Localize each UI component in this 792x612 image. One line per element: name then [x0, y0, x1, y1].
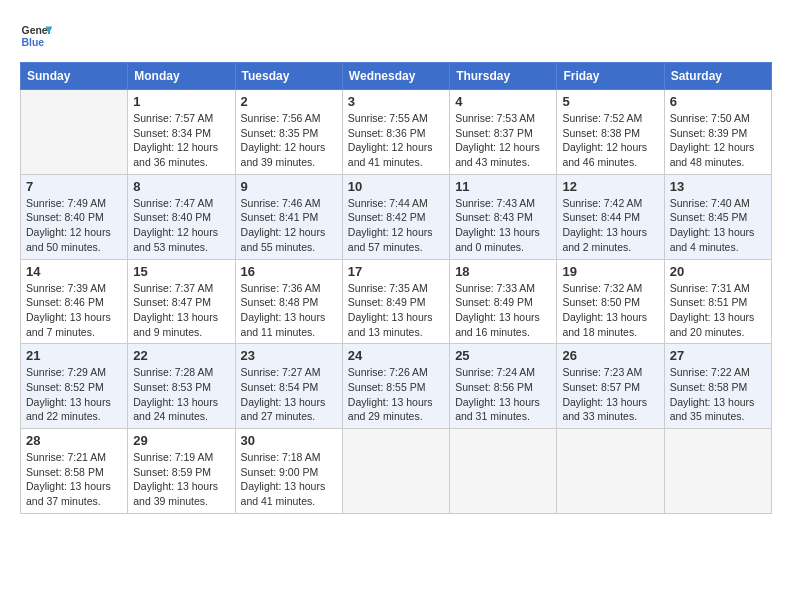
day-number: 22: [133, 348, 229, 363]
day-number: 28: [26, 433, 122, 448]
calendar-cell: 4 Sunrise: 7:53 AMSunset: 8:37 PMDayligh…: [450, 90, 557, 175]
day-number: 25: [455, 348, 551, 363]
calendar-cell: 25 Sunrise: 7:24 AMSunset: 8:56 PMDaylig…: [450, 344, 557, 429]
weekday-header-saturday: Saturday: [664, 63, 771, 90]
day-info: Sunrise: 7:22 AMSunset: 8:58 PMDaylight:…: [670, 365, 766, 424]
calendar-cell: [342, 429, 449, 514]
calendar-cell: 27 Sunrise: 7:22 AMSunset: 8:58 PMDaylig…: [664, 344, 771, 429]
day-info: Sunrise: 7:53 AMSunset: 8:37 PMDaylight:…: [455, 111, 551, 170]
calendar-cell: 22 Sunrise: 7:28 AMSunset: 8:53 PMDaylig…: [128, 344, 235, 429]
calendar-cell: [21, 90, 128, 175]
weekday-header-thursday: Thursday: [450, 63, 557, 90]
calendar-table: SundayMondayTuesdayWednesdayThursdayFrid…: [20, 62, 772, 514]
calendar-cell: 16 Sunrise: 7:36 AMSunset: 8:48 PMDaylig…: [235, 259, 342, 344]
day-number: 29: [133, 433, 229, 448]
calendar-cell: 17 Sunrise: 7:35 AMSunset: 8:49 PMDaylig…: [342, 259, 449, 344]
calendar-cell: 11 Sunrise: 7:43 AMSunset: 8:43 PMDaylig…: [450, 174, 557, 259]
day-number: 19: [562, 264, 658, 279]
weekday-header-friday: Friday: [557, 63, 664, 90]
day-number: 24: [348, 348, 444, 363]
day-info: Sunrise: 7:57 AMSunset: 8:34 PMDaylight:…: [133, 111, 229, 170]
week-row-3: 14 Sunrise: 7:39 AMSunset: 8:46 PMDaylig…: [21, 259, 772, 344]
day-info: Sunrise: 7:55 AMSunset: 8:36 PMDaylight:…: [348, 111, 444, 170]
calendar-cell: 3 Sunrise: 7:55 AMSunset: 8:36 PMDayligh…: [342, 90, 449, 175]
day-number: 12: [562, 179, 658, 194]
calendar-cell: 26 Sunrise: 7:23 AMSunset: 8:57 PMDaylig…: [557, 344, 664, 429]
day-number: 7: [26, 179, 122, 194]
calendar-cell: 19 Sunrise: 7:32 AMSunset: 8:50 PMDaylig…: [557, 259, 664, 344]
calendar-cell: 15 Sunrise: 7:37 AMSunset: 8:47 PMDaylig…: [128, 259, 235, 344]
day-info: Sunrise: 7:43 AMSunset: 8:43 PMDaylight:…: [455, 196, 551, 255]
day-info: Sunrise: 7:24 AMSunset: 8:56 PMDaylight:…: [455, 365, 551, 424]
day-number: 17: [348, 264, 444, 279]
day-number: 15: [133, 264, 229, 279]
calendar-cell: 21 Sunrise: 7:29 AMSunset: 8:52 PMDaylig…: [21, 344, 128, 429]
day-info: Sunrise: 7:18 AMSunset: 9:00 PMDaylight:…: [241, 450, 337, 509]
calendar-cell: 23 Sunrise: 7:27 AMSunset: 8:54 PMDaylig…: [235, 344, 342, 429]
calendar-cell: [664, 429, 771, 514]
day-info: Sunrise: 7:40 AMSunset: 8:45 PMDaylight:…: [670, 196, 766, 255]
day-info: Sunrise: 7:26 AMSunset: 8:55 PMDaylight:…: [348, 365, 444, 424]
calendar-cell: [557, 429, 664, 514]
calendar-cell: 20 Sunrise: 7:31 AMSunset: 8:51 PMDaylig…: [664, 259, 771, 344]
calendar-cell: 29 Sunrise: 7:19 AMSunset: 8:59 PMDaylig…: [128, 429, 235, 514]
day-info: Sunrise: 7:49 AMSunset: 8:40 PMDaylight:…: [26, 196, 122, 255]
day-number: 27: [670, 348, 766, 363]
week-row-2: 7 Sunrise: 7:49 AMSunset: 8:40 PMDayligh…: [21, 174, 772, 259]
day-info: Sunrise: 7:37 AMSunset: 8:47 PMDaylight:…: [133, 281, 229, 340]
day-info: Sunrise: 7:21 AMSunset: 8:58 PMDaylight:…: [26, 450, 122, 509]
day-number: 3: [348, 94, 444, 109]
day-info: Sunrise: 7:44 AMSunset: 8:42 PMDaylight:…: [348, 196, 444, 255]
day-number: 1: [133, 94, 229, 109]
calendar-cell: 1 Sunrise: 7:57 AMSunset: 8:34 PMDayligh…: [128, 90, 235, 175]
day-info: Sunrise: 7:31 AMSunset: 8:51 PMDaylight:…: [670, 281, 766, 340]
weekday-header-row: SundayMondayTuesdayWednesdayThursdayFrid…: [21, 63, 772, 90]
day-info: Sunrise: 7:35 AMSunset: 8:49 PMDaylight:…: [348, 281, 444, 340]
calendar-cell: 24 Sunrise: 7:26 AMSunset: 8:55 PMDaylig…: [342, 344, 449, 429]
day-info: Sunrise: 7:19 AMSunset: 8:59 PMDaylight:…: [133, 450, 229, 509]
calendar-cell: 13 Sunrise: 7:40 AMSunset: 8:45 PMDaylig…: [664, 174, 771, 259]
week-row-5: 28 Sunrise: 7:21 AMSunset: 8:58 PMDaylig…: [21, 429, 772, 514]
day-number: 2: [241, 94, 337, 109]
calendar-cell: 6 Sunrise: 7:50 AMSunset: 8:39 PMDayligh…: [664, 90, 771, 175]
weekday-header-wednesday: Wednesday: [342, 63, 449, 90]
day-info: Sunrise: 7:56 AMSunset: 8:35 PMDaylight:…: [241, 111, 337, 170]
day-info: Sunrise: 7:29 AMSunset: 8:52 PMDaylight:…: [26, 365, 122, 424]
day-info: Sunrise: 7:46 AMSunset: 8:41 PMDaylight:…: [241, 196, 337, 255]
calendar-cell: 2 Sunrise: 7:56 AMSunset: 8:35 PMDayligh…: [235, 90, 342, 175]
day-number: 16: [241, 264, 337, 279]
calendar-cell: 10 Sunrise: 7:44 AMSunset: 8:42 PMDaylig…: [342, 174, 449, 259]
calendar-cell: 7 Sunrise: 7:49 AMSunset: 8:40 PMDayligh…: [21, 174, 128, 259]
day-info: Sunrise: 7:42 AMSunset: 8:44 PMDaylight:…: [562, 196, 658, 255]
day-info: Sunrise: 7:33 AMSunset: 8:49 PMDaylight:…: [455, 281, 551, 340]
week-row-4: 21 Sunrise: 7:29 AMSunset: 8:52 PMDaylig…: [21, 344, 772, 429]
calendar-cell: 5 Sunrise: 7:52 AMSunset: 8:38 PMDayligh…: [557, 90, 664, 175]
weekday-header-tuesday: Tuesday: [235, 63, 342, 90]
calendar-cell: 12 Sunrise: 7:42 AMSunset: 8:44 PMDaylig…: [557, 174, 664, 259]
day-number: 26: [562, 348, 658, 363]
day-info: Sunrise: 7:32 AMSunset: 8:50 PMDaylight:…: [562, 281, 658, 340]
day-info: Sunrise: 7:27 AMSunset: 8:54 PMDaylight:…: [241, 365, 337, 424]
day-number: 8: [133, 179, 229, 194]
day-number: 13: [670, 179, 766, 194]
calendar-cell: 9 Sunrise: 7:46 AMSunset: 8:41 PMDayligh…: [235, 174, 342, 259]
day-number: 23: [241, 348, 337, 363]
day-number: 30: [241, 433, 337, 448]
day-number: 10: [348, 179, 444, 194]
day-number: 18: [455, 264, 551, 279]
calendar-cell: 8 Sunrise: 7:47 AMSunset: 8:40 PMDayligh…: [128, 174, 235, 259]
day-info: Sunrise: 7:28 AMSunset: 8:53 PMDaylight:…: [133, 365, 229, 424]
day-info: Sunrise: 7:36 AMSunset: 8:48 PMDaylight:…: [241, 281, 337, 340]
week-row-1: 1 Sunrise: 7:57 AMSunset: 8:34 PMDayligh…: [21, 90, 772, 175]
logo: General Blue: [20, 20, 56, 52]
weekday-header-monday: Monday: [128, 63, 235, 90]
day-number: 14: [26, 264, 122, 279]
day-info: Sunrise: 7:50 AMSunset: 8:39 PMDaylight:…: [670, 111, 766, 170]
day-number: 6: [670, 94, 766, 109]
calendar-cell: 18 Sunrise: 7:33 AMSunset: 8:49 PMDaylig…: [450, 259, 557, 344]
svg-text:Blue: Blue: [22, 37, 45, 48]
day-number: 9: [241, 179, 337, 194]
day-number: 5: [562, 94, 658, 109]
calendar-cell: 30 Sunrise: 7:18 AMSunset: 9:00 PMDaylig…: [235, 429, 342, 514]
day-info: Sunrise: 7:39 AMSunset: 8:46 PMDaylight:…: [26, 281, 122, 340]
